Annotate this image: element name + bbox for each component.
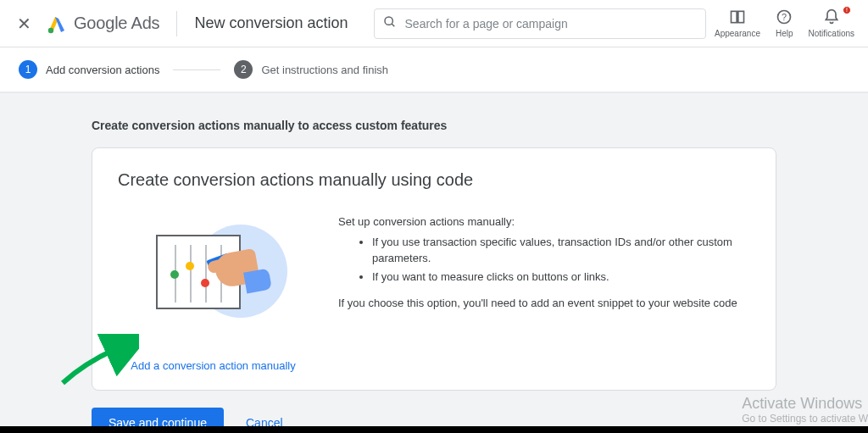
- svg-line-2: [392, 24, 394, 26]
- plus-icon: +: [118, 358, 125, 373]
- brand-text: Google Ads: [74, 14, 159, 33]
- section-heading: Create conversion actions manually to ac…: [92, 119, 776, 132]
- step-2[interactable]: 2 Get instructions and finish: [234, 60, 388, 79]
- add-link-label: Add a conversion action manually: [131, 359, 295, 372]
- add-conversion-manually-link[interactable]: + Add a conversion action manually: [118, 358, 296, 373]
- card-title: Create conversion actions manually using…: [118, 170, 750, 190]
- step-1[interactable]: 1 Add conversion actions: [19, 60, 159, 79]
- appearance-label: Appearance: [715, 29, 760, 38]
- help-button[interactable]: ? Help: [776, 8, 793, 38]
- content-area: Create conversion actions manually to ac…: [0, 93, 868, 433]
- svg-text:?: ?: [782, 12, 787, 22]
- notifications-button[interactable]: Notifications: [809, 8, 854, 38]
- step-1-label: Add conversion actions: [46, 64, 159, 76]
- svg-point-1: [385, 17, 392, 25]
- notification-badge: [843, 6, 851, 14]
- stepper: 1 Add conversion actions 2 Get instructi…: [0, 47, 868, 93]
- bullet-1: If you use transaction specific values, …: [372, 234, 750, 267]
- svg-rect-3: [731, 11, 737, 22]
- bottom-border: [0, 426, 868, 433]
- step-connector: [173, 69, 220, 70]
- note-line: If you choose this option, you'll need t…: [338, 295, 750, 312]
- bell-icon: [823, 8, 840, 29]
- appearance-button[interactable]: Appearance: [715, 8, 760, 38]
- search-input[interactable]: [405, 17, 698, 31]
- help-icon: ?: [776, 8, 793, 29]
- illustration: [118, 214, 304, 332]
- step-2-number: 2: [234, 60, 253, 79]
- search-box[interactable]: [374, 8, 707, 39]
- notifications-label: Notifications: [809, 29, 854, 38]
- svg-rect-4: [738, 11, 744, 22]
- appearance-icon: [729, 8, 746, 29]
- bullet-2: If you want to measure clicks on buttons…: [372, 269, 750, 286]
- search-icon: [383, 15, 397, 32]
- card-text: Set up conversion actions manually: If y…: [338, 214, 750, 312]
- manual-conversion-card: Create conversion actions manually using…: [92, 147, 776, 391]
- page-title: New conversion action: [194, 14, 348, 32]
- svg-point-0: [48, 27, 53, 32]
- google-ads-logo[interactable]: Google Ads: [47, 14, 159, 34]
- intro-line: Set up conversion actions manually:: [338, 214, 750, 230]
- step-1-number: 1: [19, 60, 37, 79]
- ads-logo-icon: [47, 14, 67, 34]
- header-bar: ✕ Google Ads New conversion action Appea…: [0, 0, 868, 47]
- divider: [176, 11, 177, 36]
- card-body: Set up conversion actions manually: If y…: [118, 214, 750, 332]
- step-2-label: Get instructions and finish: [261, 64, 388, 76]
- help-label: Help: [776, 29, 793, 38]
- header-icons: Appearance ? Help Notifications: [715, 8, 858, 38]
- close-icon[interactable]: ✕: [10, 7, 38, 41]
